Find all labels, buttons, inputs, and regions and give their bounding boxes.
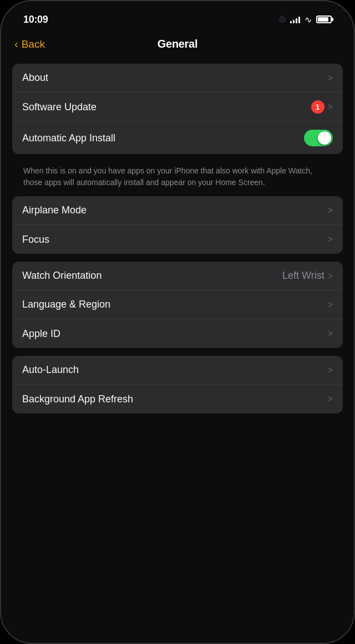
page-title: General	[158, 38, 197, 50]
battery-fill	[318, 17, 328, 22]
auto-launch-row-left: Auto-Launch	[22, 364, 328, 376]
apple-id-row[interactable]: Apple ID >	[12, 319, 343, 348]
focus-row[interactable]: Focus >	[12, 225, 343, 254]
focus-row-right: >	[328, 234, 333, 244]
battery-icon	[316, 16, 332, 23]
watch-orientation-value: Left Wrist	[282, 270, 324, 282]
watch-orientation-row-right: Left Wrist >	[282, 270, 333, 282]
signal-bar-1	[290, 21, 292, 23]
language-region-label: Language & Region	[22, 299, 110, 310]
signal-bar-3	[296, 18, 297, 23]
toggle-knob	[318, 131, 331, 145]
automatic-app-install-row-left: Automatic App Install	[22, 132, 304, 144]
wifi-icon: ∿	[305, 14, 312, 25]
focus-label: Focus	[22, 234, 49, 246]
about-row[interactable]: About >	[12, 64, 343, 93]
apple-id-label: Apple ID	[22, 328, 60, 340]
focus-row-left: Focus	[22, 234, 328, 246]
camera-indicator-icon	[279, 16, 286, 23]
about-label: About	[22, 72, 48, 84]
signal-bar-2	[293, 20, 295, 23]
apple-id-chevron-icon: >	[328, 329, 333, 339]
watch-orientation-row[interactable]: Watch Orientation Left Wrist >	[12, 262, 343, 290]
background-app-refresh-row-left: Background App Refresh	[22, 393, 328, 405]
language-region-row-right: >	[328, 300, 333, 310]
software-update-badge: 1	[311, 100, 324, 114]
watch-orientation-chevron-icon: >	[328, 271, 333, 281]
background-app-refresh-chevron-icon: >	[328, 394, 333, 404]
language-region-chevron-icon: >	[328, 300, 333, 310]
software-update-chevron-icon: >	[328, 102, 333, 112]
background-app-refresh-row-right: >	[328, 394, 333, 404]
automatic-app-install-label: Automatic App Install	[22, 132, 115, 144]
signal-bars-icon	[290, 16, 300, 23]
background-app-refresh-row[interactable]: Background App Refresh >	[12, 385, 343, 413]
apple-id-row-right: >	[328, 329, 333, 339]
watch-orientation-label: Watch Orientation	[22, 270, 102, 282]
airplane-mode-row[interactable]: Airplane Mode >	[12, 196, 343, 225]
group-watch-language-apple: Watch Orientation Left Wrist > Language …	[12, 262, 343, 348]
back-button[interactable]: ‹ Back	[14, 38, 45, 50]
automatic-app-install-row-right	[304, 130, 333, 146]
airplane-mode-chevron-icon: >	[328, 206, 333, 216]
about-chevron-icon: >	[328, 73, 333, 83]
software-update-label: Software Update	[22, 101, 97, 113]
auto-launch-label: Auto-Launch	[22, 364, 79, 376]
apple-id-row-left: Apple ID	[22, 328, 328, 340]
background-app-refresh-label: Background App Refresh	[22, 393, 133, 405]
about-row-right: >	[328, 73, 333, 83]
group-about-software: About > Software Update 1 > Automatic Ap…	[12, 64, 343, 154]
language-region-row-left: Language & Region	[22, 299, 328, 310]
software-update-row[interactable]: Software Update 1 >	[12, 93, 343, 122]
settings-content: About > Software Update 1 > Automatic Ap…	[1, 59, 354, 643]
software-update-row-right: 1 >	[311, 100, 333, 114]
airplane-mode-row-right: >	[328, 206, 333, 216]
airplane-mode-label: Airplane Mode	[22, 205, 87, 216]
auto-launch-chevron-icon: >	[328, 365, 333, 375]
about-row-left: About	[22, 72, 328, 84]
group-autolaunch-refresh: Auto-Launch > Background App Refresh >	[12, 356, 343, 413]
automatic-app-install-toggle[interactable]	[304, 130, 333, 146]
language-region-row[interactable]: Language & Region >	[12, 290, 343, 319]
nav-bar: ‹ Back General	[1, 33, 354, 59]
back-chevron-icon: ‹	[14, 38, 18, 50]
group-airplane-focus: Airplane Mode > Focus >	[12, 196, 343, 254]
status-bar: 10:09 ∿	[1, 1, 354, 33]
auto-launch-row-right: >	[328, 365, 333, 375]
status-time: 10:09	[23, 14, 48, 25]
back-label: Back	[22, 38, 45, 50]
software-update-row-left: Software Update	[22, 101, 311, 113]
status-icons: ∿	[279, 14, 332, 25]
phone-frame: 10:09 ∿ ‹ Back General	[0, 0, 355, 644]
airplane-mode-row-left: Airplane Mode	[22, 205, 328, 216]
signal-bar-4	[298, 17, 300, 23]
auto-launch-row[interactable]: Auto-Launch >	[12, 356, 343, 385]
focus-chevron-icon: >	[328, 234, 333, 244]
automatic-app-install-row[interactable]: Automatic App Install	[12, 122, 343, 154]
watch-orientation-row-left: Watch Orientation	[22, 270, 282, 282]
automatic-app-install-description: When this is on and you have apps on you…	[12, 160, 343, 196]
